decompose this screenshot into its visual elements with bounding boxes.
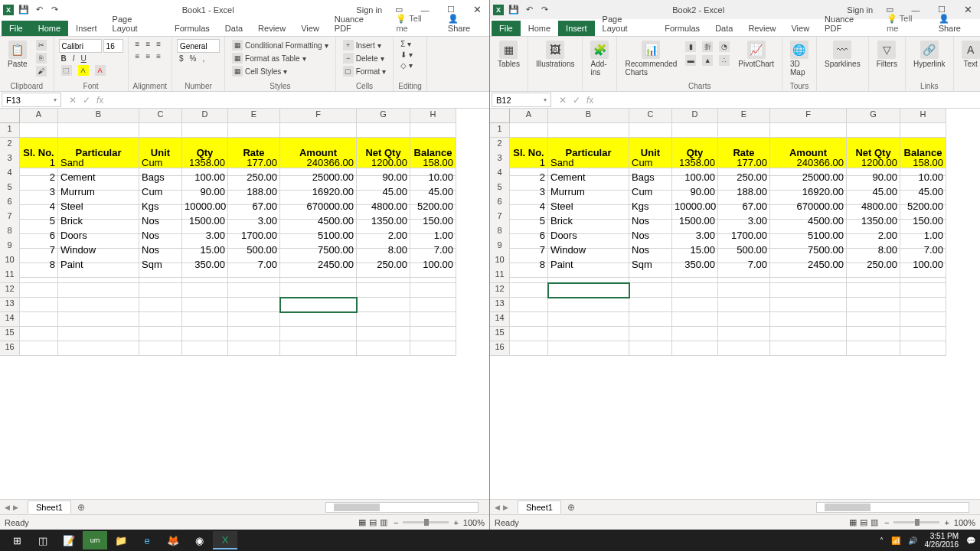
- enter-formula-icon[interactable]: ✓: [573, 95, 580, 106]
- col-header[interactable]: C: [629, 109, 672, 123]
- cell[interactable]: [548, 327, 629, 341]
- cell[interactable]: [629, 341, 672, 356]
- zoom-slider[interactable]: [893, 521, 939, 523]
- cell[interactable]: [718, 298, 770, 312]
- cell[interactable]: [847, 341, 900, 356]
- cell[interactable]: [357, 123, 410, 138]
- cell[interactable]: [280, 327, 357, 341]
- tell-me-input[interactable]: 💡 Tell me: [880, 11, 933, 36]
- cell[interactable]: [410, 298, 456, 312]
- align-center-button[interactable]: ≡: [143, 51, 152, 61]
- text-button[interactable]: AText: [959, 39, 980, 70]
- cell[interactable]: [718, 123, 770, 138]
- col-header[interactable]: F: [280, 109, 357, 123]
- cell[interactable]: [357, 269, 410, 283]
- taskbar-app-file-explorer[interactable]: 📁: [109, 531, 133, 549]
- scatter-chart-icon[interactable]: ∴: [717, 54, 732, 67]
- tell-me-input[interactable]: 💡 Tell me: [390, 11, 441, 36]
- cell[interactable]: [20, 312, 58, 327]
- tray-network-icon[interactable]: 📶: [891, 536, 900, 545]
- bold-button[interactable]: B: [59, 54, 69, 64]
- horizontal-scrollbar[interactable]: [816, 502, 969, 513]
- cell[interactable]: [228, 283, 280, 298]
- cell[interactable]: [510, 312, 548, 327]
- tray-chevron-icon[interactable]: ˄: [880, 536, 884, 545]
- cell[interactable]: [182, 341, 228, 356]
- col-header[interactable]: G: [357, 109, 410, 123]
- sheet-tab[interactable]: Sheet1: [28, 500, 71, 514]
- cell[interactable]: [182, 269, 228, 283]
- cell[interactable]: [410, 123, 456, 138]
- cell[interactable]: [58, 123, 139, 138]
- tab-data[interactable]: Data: [707, 21, 740, 36]
- tab-nuance-pdf[interactable]: Nuance PDF: [817, 11, 880, 36]
- cell[interactable]: [900, 298, 946, 312]
- cell[interactable]: [357, 341, 410, 356]
- column-chart-icon[interactable]: ▮: [683, 41, 698, 53]
- zoom-level[interactable]: 100%: [463, 518, 485, 527]
- cell[interactable]: [20, 269, 58, 283]
- format-as-table-button[interactable]: ▦Format as Table ▾: [230, 52, 309, 64]
- formula-input[interactable]: [109, 92, 489, 108]
- border-button[interactable]: ⬚: [59, 64, 74, 77]
- redo-icon[interactable]: ↷: [49, 5, 60, 15]
- sparklines-button[interactable]: 〰Sparklines: [822, 39, 864, 70]
- tray-notifications-icon[interactable]: 💬: [966, 536, 975, 545]
- cell[interactable]: [770, 298, 847, 312]
- horizontal-scrollbar[interactable]: [325, 502, 479, 513]
- enter-formula-icon[interactable]: ✓: [83, 95, 90, 106]
- row-header[interactable]: 12: [490, 283, 510, 298]
- cell[interactable]: [280, 312, 357, 327]
- select-all-corner[interactable]: [490, 109, 510, 123]
- delete-cells-button[interactable]: −Delete ▾: [341, 52, 387, 64]
- zoom-in-button[interactable]: +: [944, 518, 949, 527]
- cell[interactable]: [228, 341, 280, 356]
- tables-button[interactable]: ▦Tables: [495, 39, 523, 70]
- tab-formulas[interactable]: Formulas: [657, 21, 707, 36]
- area-chart-icon[interactable]: ▲: [700, 54, 715, 67]
- cell[interactable]: [847, 269, 900, 283]
- row-header[interactable]: 14: [0, 312, 20, 327]
- sheet-prev-icon[interactable]: ◀: [5, 504, 10, 511]
- cell[interactable]: [20, 327, 58, 341]
- tab-page-layout[interactable]: Page Layout: [595, 11, 658, 36]
- col-header[interactable]: A: [510, 109, 548, 123]
- grid-2[interactable]: ABCDEFGH12Sl. No.ParticularUnitQtyRateAm…: [490, 109, 980, 499]
- cell[interactable]: [629, 298, 672, 312]
- cell[interactable]: [900, 327, 946, 341]
- cell[interactable]: [410, 283, 456, 298]
- cell[interactable]: [139, 269, 182, 283]
- tab-nuance-pdf[interactable]: Nuance PDF: [327, 11, 390, 36]
- cell[interactable]: [770, 341, 847, 356]
- cell[interactable]: [629, 312, 672, 327]
- font-name-select[interactable]: [59, 39, 102, 53]
- page-break-icon[interactable]: ▥: [871, 517, 878, 527]
- tab-insert[interactable]: Insert: [68, 21, 105, 36]
- page-layout-icon[interactable]: ▤: [860, 517, 867, 527]
- cell[interactable]: [548, 312, 629, 327]
- cell[interactable]: [629, 283, 672, 298]
- cell[interactable]: [139, 283, 182, 298]
- add-sheet-button[interactable]: ⊕: [567, 502, 575, 513]
- conditional-formatting-button[interactable]: ▦Conditional Formatting ▾: [230, 39, 331, 51]
- cell[interactable]: [139, 341, 182, 356]
- cell[interactable]: [900, 312, 946, 327]
- italic-button[interactable]: I: [70, 54, 77, 64]
- tab-page-layout[interactable]: Page Layout: [105, 11, 167, 36]
- cell[interactable]: [20, 298, 58, 312]
- cell[interactable]: [629, 327, 672, 341]
- tab-formulas[interactable]: Formulas: [167, 21, 217, 36]
- cell[interactable]: [410, 341, 456, 356]
- cell[interactable]: [510, 283, 548, 298]
- cancel-formula-icon[interactable]: ✕: [559, 95, 567, 106]
- cell[interactable]: [718, 341, 770, 356]
- cell[interactable]: [510, 269, 548, 283]
- name-box[interactable]: B12▾: [492, 93, 551, 107]
- comma-button[interactable]: ,: [201, 54, 207, 64]
- cell[interactable]: [847, 327, 900, 341]
- cell[interactable]: [718, 327, 770, 341]
- col-header[interactable]: C: [139, 109, 182, 123]
- cell[interactable]: [139, 312, 182, 327]
- save-icon[interactable]: 💾: [18, 5, 29, 15]
- format-cells-button[interactable]: ▢Format ▾: [341, 65, 389, 77]
